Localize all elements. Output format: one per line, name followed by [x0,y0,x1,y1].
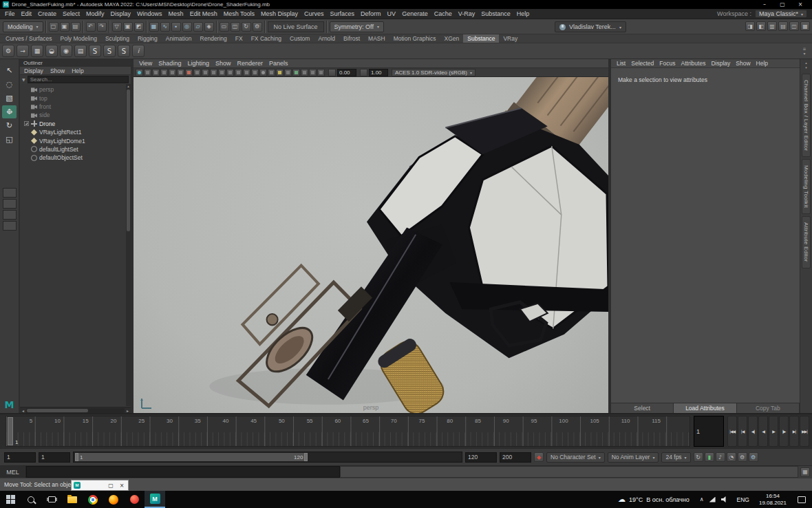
playback-loop-icon[interactable] [694,452,703,462]
panel-menu-item[interactable]: Renderer [237,60,263,67]
panel-menu-item[interactable]: Panels [269,60,288,67]
toggle-tool-settings-icon[interactable] [756,21,766,31]
menu-item[interactable]: Surfaces [330,10,355,17]
layout-hypershade-persp-icon[interactable] [3,221,17,231]
outliner-item[interactable]: defaultObjectSet [20,154,131,162]
chrome-button[interactable] [83,491,103,508]
load-attributes-button[interactable]: Load Attributes [674,403,736,413]
outliner-item[interactable]: persp [20,85,131,94]
restore-icon[interactable]: ▢ [107,483,115,489]
toggle-workspace-icon[interactable] [800,21,810,31]
outliner-item[interactable]: VRayLightDome1 [20,136,131,145]
ipr-render-icon[interactable] [242,22,251,32]
field-chart-icon[interactable] [226,69,234,76]
substance-plugin-icon[interactable] [2,45,14,57]
rotate-tool-icon[interactable] [2,119,17,132]
bookmark-icon[interactable] [160,69,168,76]
shelf-tab[interactable]: FX Caching [247,34,286,43]
outliner-horizontal-scrollbar[interactable] [26,408,125,413]
outliner-vertical-scrollbar[interactable]: ▴ [126,84,131,406]
current-time-marker[interactable] [8,417,13,445]
gamma-icon[interactable] [360,69,367,76]
attribute-editor-menu-item[interactable]: List [617,60,626,67]
time-slider[interactable]: 1 51015202530354045505560657075808590951… [6,416,690,447]
sidebar-tab[interactable]: Channel Box / Layer Editor [802,74,811,157]
start-button[interactable] [0,491,21,508]
panel-menu-item[interactable]: Show [215,60,231,67]
scale-tool-icon[interactable] [2,133,17,146]
shelf-tab[interactable]: FX [231,34,247,43]
search-button[interactable] [21,491,41,508]
snap-projected-center-icon[interactable] [182,22,192,32]
grid-icon[interactable] [193,69,201,76]
sidebar-tab[interactable]: Modeling Toolkit [802,159,811,214]
sbsar-file-icon[interactable] [74,45,87,57]
go-to-end-icon[interactable] [800,416,809,447]
menu-item[interactable]: File [5,10,15,17]
firefox-button[interactable] [103,491,124,508]
shelf-menu-icon[interactable]: ≡ [802,46,806,51]
send-to-substance-painter-icon[interactable] [17,45,29,57]
panel-menu-item[interactable]: Lighting [187,60,209,67]
shelf-tab[interactable]: Rigging [133,34,162,43]
grease-pencil-icon[interactable] [185,69,193,76]
expand-icon[interactable] [24,121,29,126]
select-object-icon[interactable] [123,22,133,32]
substance-workflow-icon[interactable] [31,45,43,57]
menu-item[interactable]: Mesh Display [261,10,298,17]
open-scene-icon[interactable] [60,22,70,32]
range-handle-left[interactable] [75,453,78,461]
save-scene-icon[interactable] [71,22,81,32]
outliner-search-input[interactable] [28,76,129,83]
ambient-occlusion-icon[interactable] [292,69,300,76]
range-slider[interactable]: 1 120 [73,452,462,463]
sidebar-tab[interactable]: Attribute Editor [802,216,811,268]
scrollbar-thumb[interactable] [27,409,88,412]
select-camera-icon[interactable] [136,69,143,76]
copy-tab-button[interactable]: Copy Tab [737,403,800,413]
menu-item[interactable]: Generate [402,10,428,17]
resolution-gate-icon[interactable] [210,69,217,76]
menu-item[interactable]: Substance [481,10,511,17]
maya-taskbar-button[interactable]: M [145,491,165,508]
menu-item[interactable]: Deform [361,10,381,17]
go-to-start-icon[interactable] [727,416,737,447]
motion-blur-icon[interactable] [301,69,308,76]
red-app-button[interactable] [124,491,145,508]
range-handle-right[interactable] [304,453,308,461]
wireframe-icon[interactable] [251,69,259,76]
file-explorer-button[interactable] [62,491,83,508]
weather-widget[interactable]: ☁ 19°C В осн. облачно [612,491,696,508]
animation-end-field[interactable] [500,452,531,463]
attribute-editor-menu-item[interactable]: Selected [631,60,654,67]
step-back-frame-icon[interactable] [738,416,747,447]
shelf-tab[interactable]: Arnold [314,34,339,43]
step-back-key-icon[interactable] [748,416,758,447]
select-tool-icon[interactable] [2,64,17,77]
shelf-tab[interactable]: Rendering [196,34,231,43]
safe-title-icon[interactable] [243,69,250,76]
toggle-modeling-toolkit-icon[interactable] [778,21,788,31]
maximize-button[interactable]: ▢ [773,1,791,8]
outliner-item[interactable]: front [20,103,131,111]
snap-view-plane-icon[interactable] [193,22,203,32]
minimize-button[interactable]: – [756,1,773,8]
gate-mask-icon[interactable] [218,69,226,76]
menu-item[interactable]: Edit Mesh [190,10,217,17]
command-line-language-toggle[interactable]: MEL [0,466,26,478]
render-current-frame-icon[interactable] [231,22,240,32]
layout-persp-outliner-icon[interactable] [3,210,17,220]
panel-menu-item[interactable]: Shading [158,60,181,67]
substance-logo-icon-3[interactable] [118,45,130,57]
attribute-editor-menu-item[interactable]: Focus [659,60,675,67]
animation-start-field[interactable] [4,452,36,463]
shelf-tab[interactable]: Substance [463,34,499,43]
scrollbar-thumb[interactable] [127,89,130,231]
toggle-channel-box-icon[interactable] [767,21,777,31]
snap-grid-icon[interactable] [149,22,159,32]
outliner-item[interactable]: Drone [20,120,131,128]
shaded-icon[interactable] [259,69,267,76]
shadows-icon[interactable] [284,69,292,76]
menu-item[interactable]: V-Ray [458,10,476,17]
layout-four-pane-icon[interactable] [3,199,17,209]
